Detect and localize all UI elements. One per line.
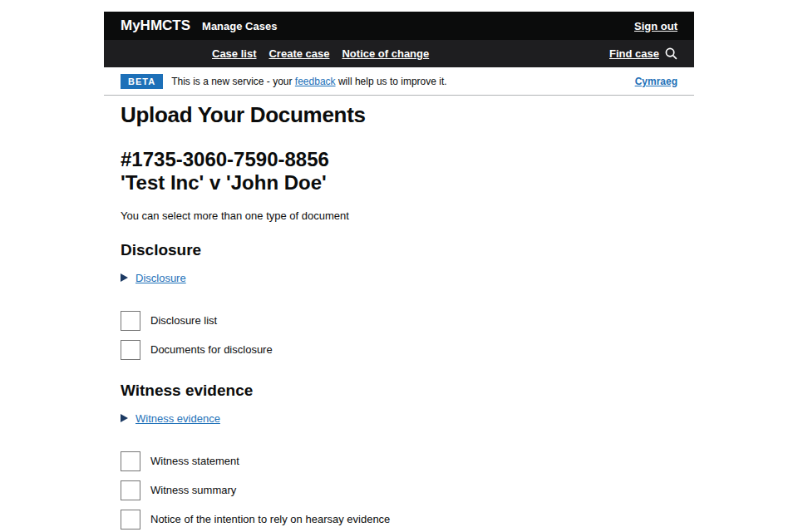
phase-banner-text: This is a new service - your feedback wi… <box>171 76 446 87</box>
checkbox-group-witness-evidence: Witness statement Witness summary Notice… <box>121 451 677 532</box>
phase-text-after: will help us to improve it. <box>336 76 447 87</box>
primary-navigation: Case list Create case Notice of change F… <box>104 40 694 67</box>
nav-case-list[interactable]: Case list <box>212 47 256 60</box>
search-icon[interactable] <box>665 47 677 60</box>
hint-text: You can select more than one type of doc… <box>121 209 677 222</box>
details-marker-icon[interactable] <box>121 273 128 282</box>
checkbox-label[interactable]: Witness statement <box>150 455 239 467</box>
checkbox-row: Witness statement <box>121 451 677 471</box>
service-name: Manage Cases <box>202 20 277 32</box>
checkbox-label[interactable]: Disclosure list <box>150 314 217 327</box>
case-heading: #1735-3060-7590-8856 'Test Inc' v 'John … <box>121 148 677 195</box>
section-witness-evidence: Witness evidence Witness evidence Witnes… <box>121 382 677 532</box>
phase-text-before: This is a new service - your <box>171 76 295 87</box>
case-reference: #1735-3060-7590-8856 <box>121 148 677 171</box>
phase-banner: BETA This is a new service - your feedba… <box>104 74 694 96</box>
checkbox-row: Documents for disclosure <box>121 340 677 360</box>
product-name: MyHMCTS <box>121 17 190 34</box>
checkbox-row: Notice of the intention to rely on hears… <box>121 510 677 530</box>
details-witness-evidence[interactable]: Witness evidence <box>121 412 677 425</box>
page-title: Upload Your Documents <box>121 103 677 127</box>
section-heading-disclosure: Disclosure <box>121 241 677 259</box>
sign-out-link[interactable]: Sign out <box>634 20 677 32</box>
main-content: Upload Your Documents #1735-3060-7590-88… <box>104 103 694 532</box>
nav-links-group: Case list Create case Notice of change <box>212 47 429 60</box>
app-header: MyHMCTS Manage Cases Sign out <box>104 12 694 40</box>
page-container: MyHMCTS Manage Cases Sign out Case list … <box>104 12 694 532</box>
details-link-disclosure[interactable]: Disclosure <box>135 272 186 284</box>
find-case-link[interactable]: Find case <box>609 47 659 60</box>
checkbox-witness-summary[interactable] <box>121 480 140 500</box>
checkbox-disclosure-list[interactable] <box>121 311 140 331</box>
beta-badge: BETA <box>121 74 163 89</box>
details-marker-icon[interactable] <box>121 414 128 422</box>
checkbox-documents-for-disclosure[interactable] <box>121 340 140 360</box>
details-link-witness-evidence[interactable]: Witness evidence <box>135 412 220 425</box>
section-heading-witness-evidence: Witness evidence <box>121 382 677 400</box>
language-toggle-link[interactable]: Cymraeg <box>635 76 677 87</box>
case-name: 'Test Inc' v 'John Doe' <box>121 171 677 195</box>
checkbox-row: Witness summary <box>121 480 677 500</box>
details-disclosure[interactable]: Disclosure <box>121 272 677 284</box>
checkbox-witness-statement[interactable] <box>121 451 140 471</box>
nav-create-case[interactable]: Create case <box>268 47 329 60</box>
checkbox-hearsay-notice[interactable] <box>121 510 140 530</box>
find-case-group: Find case <box>609 47 677 60</box>
checkbox-label[interactable]: Documents for disclosure <box>150 343 273 356</box>
checkbox-group-disclosure: Disclosure list Documents for disclosure <box>121 311 677 360</box>
checkbox-label[interactable]: Witness summary <box>150 484 236 496</box>
feedback-link[interactable]: feedback <box>295 76 336 87</box>
checkbox-label[interactable]: Notice of the intention to rely on hears… <box>150 513 390 525</box>
nav-notice-of-change[interactable]: Notice of change <box>342 47 429 60</box>
checkbox-row: Disclosure list <box>121 311 677 331</box>
